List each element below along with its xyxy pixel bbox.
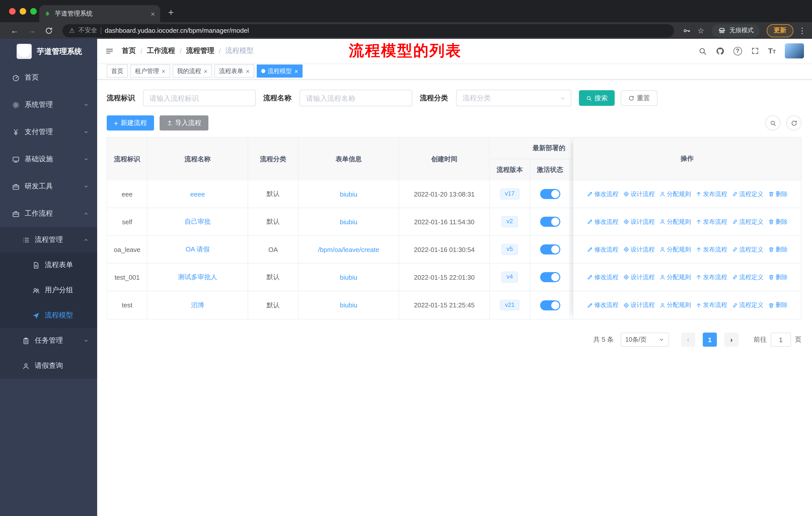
github-icon[interactable] — [716, 47, 724, 55]
active-toggle[interactable] — [540, 244, 560, 254]
close-icon[interactable]: × — [294, 68, 298, 74]
help-icon[interactable]: ? — [733, 47, 742, 55]
reset-button[interactable]: 重置 — [621, 90, 658, 106]
action-assign-rule[interactable]: 分配规则 — [659, 301, 691, 309]
form-link[interactable]: biubiu — [340, 301, 357, 309]
page-size-select[interactable]: 10条/页 — [621, 332, 669, 347]
browser-tab[interactable]: 芋道管理系统 × — [39, 5, 160, 22]
refresh-table-button[interactable] — [786, 115, 802, 131]
close-icon[interactable]: × — [246, 68, 250, 74]
prev-page-button[interactable]: ‹ — [681, 332, 695, 347]
action-edit[interactable]: 修改流程 — [587, 273, 618, 281]
close-icon[interactable]: × — [162, 68, 165, 74]
active-toggle[interactable] — [540, 217, 560, 227]
maximize-window-button[interactable] — [30, 8, 37, 15]
sidebar-item-process-form[interactable]: 流程表单 — [0, 252, 97, 278]
password-key-icon[interactable] — [683, 26, 690, 34]
action-assign-rule[interactable]: 分配规则 — [659, 273, 691, 281]
fullscreen-icon[interactable] — [751, 47, 759, 55]
view-tag-tenant[interactable]: 租户管理× — [130, 64, 170, 78]
back-button[interactable]: ← — [10, 26, 19, 35]
sidebar-item-process-mgmt[interactable]: 流程管理 — [0, 227, 97, 252]
view-tag-process-form[interactable]: 流程表单× — [214, 64, 254, 78]
close-icon[interactable]: × — [204, 68, 207, 74]
process-name-link[interactable]: OA 请假 — [185, 245, 209, 254]
action-delete[interactable]: 删除 — [768, 245, 788, 254]
process-name-link[interactable]: 滔博 — [191, 301, 204, 310]
action-edit[interactable]: 修改流程 — [587, 301, 618, 309]
minimize-window-button[interactable] — [20, 8, 26, 15]
action-design[interactable]: 设计流程 — [623, 245, 655, 254]
action-deploy[interactable]: 发布流程 — [695, 301, 727, 309]
sidebar-item-leave-query[interactable]: 请假查询 — [0, 353, 97, 378]
sidebar-item-workflow[interactable]: 工作流程 — [0, 200, 97, 227]
action-assign-rule[interactable]: 分配规则 — [659, 245, 691, 254]
reload-button[interactable] — [45, 26, 53, 34]
update-button[interactable]: 更新 — [767, 24, 793, 37]
view-tag-my-process[interactable]: 我的流程× — [172, 64, 212, 78]
action-edit[interactable]: 修改流程 — [587, 217, 618, 226]
breadcrumb-item[interactable]: 流程管理 — [186, 46, 214, 55]
form-link[interactable]: biubiu — [340, 218, 357, 225]
action-delete[interactable]: 删除 — [768, 273, 788, 281]
process-name-input[interactable] — [299, 90, 412, 106]
action-design[interactable]: 设计流程 — [623, 190, 655, 198]
breadcrumb-item[interactable]: 首页 — [122, 46, 136, 55]
sidebar-item-infra[interactable]: 基础设施 — [0, 146, 97, 173]
app-logo-row[interactable]: 芋道管理系统 — [0, 39, 97, 64]
font-size-icon[interactable]: TT — [768, 46, 776, 55]
next-page-button[interactable]: › — [724, 332, 738, 347]
new-tab-button[interactable]: + — [168, 7, 174, 18]
process-key-input[interactable] — [143, 90, 256, 106]
form-link[interactable]: /bpm/oa/leave/create — [318, 246, 379, 253]
user-avatar[interactable] — [785, 43, 804, 58]
forward-button[interactable]: → — [28, 26, 36, 35]
search-icon[interactable] — [698, 47, 706, 55]
tab-close-icon[interactable]: × — [150, 10, 155, 18]
action-assign-rule[interactable]: 分配规则 — [659, 190, 691, 198]
action-delete[interactable]: 删除 — [768, 190, 788, 198]
view-tag-home[interactable]: 首页 — [107, 64, 128, 78]
browser-menu-icon[interactable]: ⋮ — [799, 26, 806, 35]
goto-page-input[interactable] — [771, 332, 791, 347]
bookmark-star-icon[interactable]: ☆ — [697, 26, 704, 35]
sidebar-item-process-model[interactable]: 流程模型 — [0, 303, 97, 328]
sidebar-item-payment[interactable]: 支付管理 — [0, 118, 97, 146]
breadcrumb-item[interactable]: 工作流程 — [147, 46, 175, 55]
hamburger-icon[interactable] — [97, 47, 122, 55]
form-link[interactable]: biubiu — [340, 273, 357, 281]
sidebar-item-system[interactable]: 系统管理 — [0, 91, 97, 118]
action-definition[interactable]: 流程定义 — [732, 217, 763, 226]
search-button[interactable]: 搜索 — [579, 90, 615, 106]
action-definition[interactable]: 流程定义 — [732, 273, 763, 281]
active-toggle[interactable] — [540, 300, 560, 310]
action-design[interactable]: 设计流程 — [623, 217, 655, 226]
process-name-link[interactable]: 自己审批 — [184, 217, 211, 226]
action-delete[interactable]: 删除 — [768, 301, 788, 309]
url-bar[interactable]: ⚠ 不安全 dashboard.yudao.iocoder.cn/bpm/man… — [62, 24, 674, 37]
action-delete[interactable]: 删除 — [768, 217, 788, 226]
page-1-button[interactable]: 1 — [703, 332, 717, 347]
sidebar-item-home[interactable]: 首页 — [0, 64, 97, 91]
action-definition[interactable]: 流程定义 — [732, 301, 763, 309]
form-link[interactable]: biubiu — [340, 190, 357, 198]
active-toggle[interactable] — [540, 189, 560, 199]
active-toggle[interactable] — [540, 272, 560, 282]
action-design[interactable]: 设计流程 — [623, 273, 655, 281]
action-deploy[interactable]: 发布流程 — [695, 273, 727, 281]
action-design[interactable]: 设计流程 — [623, 301, 655, 309]
action-deploy[interactable]: 发布流程 — [695, 190, 727, 198]
import-process-button[interactable]: 导入流程 — [160, 115, 208, 131]
process-name-link[interactable]: 测试多审批人 — [178, 273, 217, 282]
hide-search-button[interactable] — [765, 115, 780, 131]
action-definition[interactable]: 流程定义 — [732, 190, 763, 198]
action-definition[interactable]: 流程定义 — [732, 245, 763, 254]
view-tag-process-model[interactable]: 流程模型× — [257, 64, 303, 78]
action-assign-rule[interactable]: 分配规则 — [659, 217, 691, 226]
create-process-button[interactable]: + 新建流程 — [107, 115, 154, 131]
sidebar-item-user-group[interactable]: 用户分组 — [0, 278, 97, 303]
action-edit[interactable]: 修改流程 — [587, 190, 618, 198]
process-name-link[interactable]: eeee — [190, 190, 205, 198]
close-window-button[interactable] — [9, 8, 16, 15]
category-select[interactable]: 流程分类 — [456, 90, 571, 106]
